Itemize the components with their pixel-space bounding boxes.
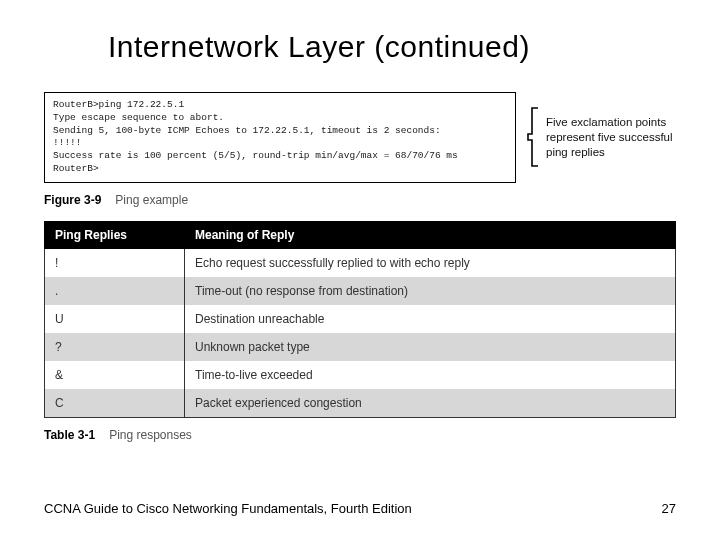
cell-symbol: !: [45, 248, 185, 277]
cell-meaning: Destination unreachable: [185, 305, 676, 333]
table-desc: Ping responses: [109, 428, 192, 442]
table-row: CPacket experienced congestion: [45, 389, 676, 418]
figure-caption: Figure 3-9 Ping example: [44, 193, 676, 207]
cell-meaning: Time-to-live exceeded: [185, 361, 676, 389]
cell-meaning: Unknown packet type: [185, 333, 676, 361]
cell-meaning: Packet experienced congestion: [185, 389, 676, 418]
cell-symbol: &: [45, 361, 185, 389]
term-l4: !!!!!: [53, 137, 82, 148]
ping-replies-table: Ping Replies Meaning of Reply !Echo requ…: [44, 221, 676, 418]
term-l3: Sending 5, 100-byte ICMP Echoes to 172.2…: [53, 125, 441, 136]
page-title: Internetwork Layer (continued): [108, 30, 676, 64]
footer-text: CCNA Guide to Cisco Networking Fundament…: [44, 501, 412, 516]
figure-row: RouterB>ping 172.22.5.1 Type escape sequ…: [44, 92, 676, 183]
annotation-wrap: Five exclamation points represent five s…: [526, 106, 676, 168]
slide: Internetwork Layer (continued) RouterB>p…: [0, 0, 720, 540]
figure-label: Figure 3-9: [44, 193, 101, 207]
th-meaning: Meaning of Reply: [185, 221, 676, 248]
page-number: 27: [662, 501, 676, 516]
terminal-pre: RouterB>ping 172.22.5.1 Type escape sequ…: [53, 99, 507, 176]
figure-desc: Ping example: [115, 193, 188, 207]
cell-meaning: Echo request successfully replied to wit…: [185, 248, 676, 277]
bracket-icon: [526, 106, 540, 168]
term-l1: RouterB>ping 172.22.5.1: [53, 99, 184, 110]
annotation-text: Five exclamation points represent five s…: [540, 115, 676, 160]
term-l2: Type escape sequence to abort.: [53, 112, 224, 123]
cell-meaning: Time-out (no response from destination): [185, 277, 676, 305]
terminal-output: RouterB>ping 172.22.5.1 Type escape sequ…: [44, 92, 516, 183]
term-l5: Success rate is 100 percent (5/5), round…: [53, 150, 458, 161]
cell-symbol: .: [45, 277, 185, 305]
table-header-row: Ping Replies Meaning of Reply: [45, 221, 676, 248]
cell-symbol: C: [45, 389, 185, 418]
table-caption: Table 3-1 Ping responses: [44, 428, 676, 442]
annotation-column: Five exclamation points represent five s…: [526, 92, 676, 183]
th-symbol: Ping Replies: [45, 221, 185, 248]
table-row: .Time-out (no response from destination): [45, 277, 676, 305]
table-row: &Time-to-live exceeded: [45, 361, 676, 389]
table-row: UDestination unreachable: [45, 305, 676, 333]
table-row: ?Unknown packet type: [45, 333, 676, 361]
cell-symbol: ?: [45, 333, 185, 361]
footer: CCNA Guide to Cisco Networking Fundament…: [44, 501, 676, 516]
table-row: !Echo request successfully replied to wi…: [45, 248, 676, 277]
table-label: Table 3-1: [44, 428, 95, 442]
cell-symbol: U: [45, 305, 185, 333]
term-l6: RouterB>: [53, 163, 99, 174]
